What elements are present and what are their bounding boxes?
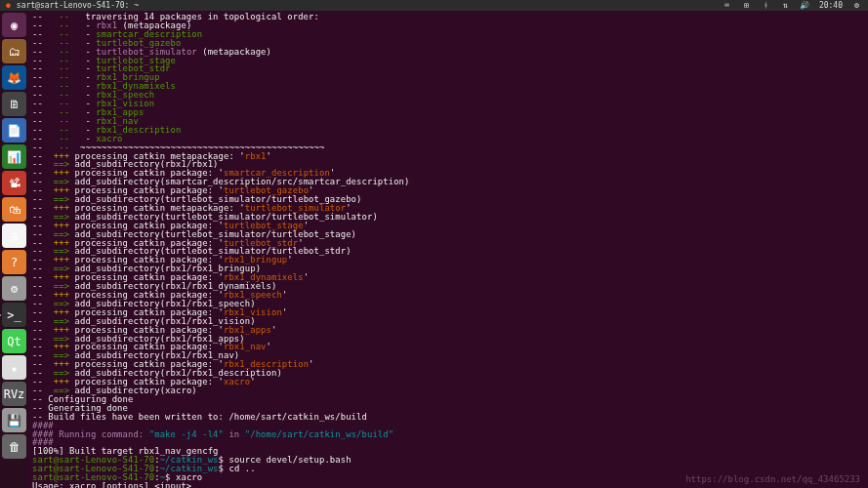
system-tray: ⌨ ⊞ ᚼ ⇅ 🔊 20:40 ⚙ — [722, 0, 862, 11]
unity-launcher: ◉🗂🦊🗎📄📊📽🛍a?⚙>_Qt⬥RVz💾🗑 — [0, 11, 28, 488]
sound-icon[interactable]: 🔊 — [800, 0, 810, 11]
launcher-firefox[interactable]: 🦊 — [2, 65, 26, 90]
launcher-settings[interactable]: ⚙ — [2, 276, 26, 301]
launcher-trash[interactable]: 🗑 — [2, 434, 26, 459]
launcher-search[interactable]: ◉ — [2, 13, 26, 37]
launcher-rviz[interactable]: RVz — [2, 382, 26, 406]
terminal-line: -- -- - rbx1_apps — [32, 108, 864, 117]
launcher-impress[interactable]: 📽 — [2, 171, 26, 195]
terminal-line: -- Configuring done — [32, 395, 864, 404]
network-icon[interactable]: ⇅ — [780, 0, 791, 11]
top-menu-bar: ● sart@sart-Lenovo-S41-70: ~ ⌨ ⊞ ᚼ ⇅ 🔊 2… — [0, 0, 868, 11]
launcher-calc[interactable]: 📊 — [2, 144, 26, 169]
terminal-line: -- ==> add_subdirectory(xacro) — [32, 386, 864, 395]
terminal-line: -- Build files have been written to: /ho… — [32, 413, 864, 422]
terminal-line: -- -- - rbx1_vision — [32, 100, 864, 108]
apps-indicator-icon[interactable]: ⊞ — [741, 0, 752, 11]
launcher-help[interactable]: ? — [2, 250, 26, 274]
terminal-line: #### Running command: "make -j4 -l4" in … — [32, 430, 864, 439]
launcher-terminal[interactable]: >_ — [2, 303, 26, 327]
launcher-amazon[interactable]: a — [2, 224, 26, 248]
launcher-software[interactable]: 🛍 — [2, 197, 26, 222]
launcher-exec[interactable]: ⬥ — [2, 355, 26, 380]
window-title: sart@sart-Lenovo-S41-70: ~ — [17, 1, 139, 10]
settings-gear-icon[interactable]: ⚙ — [851, 0, 862, 11]
bluetooth-icon[interactable]: ᚼ — [761, 0, 771, 11]
launcher-gedit[interactable]: 🗎 — [2, 92, 26, 116]
launcher-files[interactable]: 🗂 — [2, 39, 26, 63]
terminal-output[interactable]: -- -- traversing 14 packages in topologi… — [28, 11, 868, 488]
launcher-qt[interactable]: Qt — [2, 329, 26, 353]
clock[interactable]: 20:40 — [819, 1, 843, 10]
window-close-icon[interactable]: ● — [6, 1, 11, 10]
watermark: https://blog.csdn.net/qq_43465233 — [685, 474, 860, 484]
terminal-line: -- -- - rbx1_speech — [32, 91, 864, 100]
launcher-writer[interactable]: 📄 — [2, 118, 26, 142]
launcher-disk[interactable]: 💾 — [2, 408, 26, 432]
terminal-line: -- -- - rbx1_description — [32, 126, 864, 135]
terminal-line: -- -- - rbx1_dynamixels — [32, 82, 864, 91]
keyboard-icon[interactable]: ⌨ — [722, 0, 732, 11]
